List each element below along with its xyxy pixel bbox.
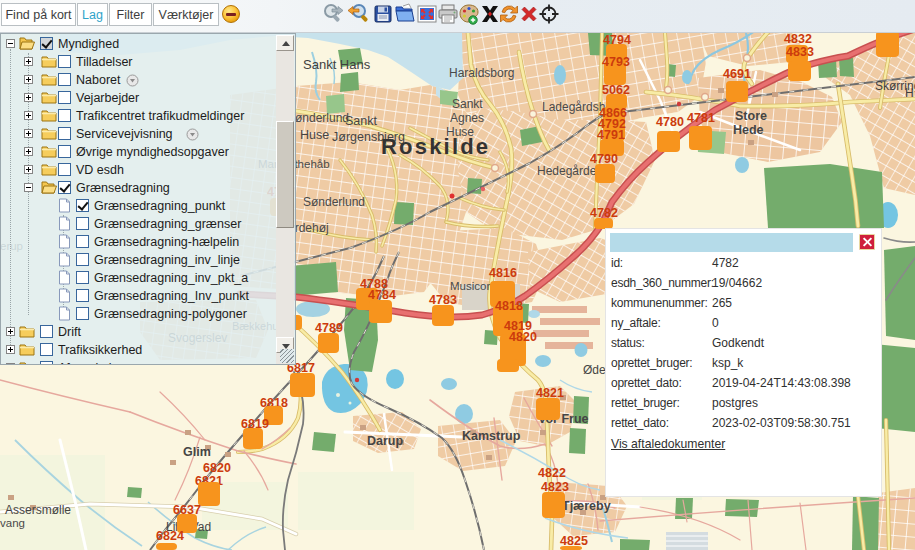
svg-text:Haraldsborg: Haraldsborg [449, 66, 514, 80]
svg-text:Agnes: Agnes [450, 111, 484, 125]
svg-text:4820: 4820 [509, 330, 537, 344]
svg-text:4833: 4833 [786, 45, 814, 59]
svg-text:4822: 4822 [538, 466, 566, 480]
svg-text:Sankt: Sankt [345, 114, 377, 128]
svg-text:6824: 6824 [156, 529, 184, 543]
svg-text:Tjæreby: Tjæreby [562, 499, 611, 513]
svg-text:4789: 4789 [315, 321, 343, 335]
svg-text:4783: 4783 [429, 293, 457, 307]
svg-text:4818: 4818 [495, 299, 523, 313]
svg-text:Kamstrup: Kamstrup [462, 429, 521, 443]
svg-text:Musicon: Musicon [450, 280, 493, 292]
svg-text:Sønderlund: Sønderlund [303, 195, 365, 209]
svg-text:Huse: Huse [300, 128, 329, 142]
svg-text:Øde: Øde [583, 363, 606, 377]
svg-text:4691: 4691 [723, 67, 751, 81]
svg-text:Sønderlund: Sønderlund [287, 111, 349, 125]
svg-text:Sankt: Sankt [452, 97, 483, 111]
svg-text:Hedegårde: Hedegårde [537, 164, 597, 178]
svg-text:Roskilde: Roskilde [381, 134, 490, 159]
svg-text:4823: 4823 [541, 480, 569, 494]
svg-text:4793: 4793 [602, 55, 630, 69]
svg-text:Store: Store [735, 109, 767, 123]
svg-text:Assersmølle: Assersmølle [5, 503, 71, 517]
svg-text:4825: 4825 [560, 534, 588, 548]
svg-text:Sankt Hans: Sankt Hans [303, 57, 371, 72]
svg-text:Hede: Hede [733, 123, 764, 137]
svg-text:4781: 4781 [687, 111, 715, 125]
svg-text:4784: 4784 [368, 288, 396, 302]
svg-text:6820: 6820 [203, 461, 231, 475]
svg-text:4780: 4780 [656, 115, 684, 129]
svg-text:4816: 4816 [489, 266, 517, 280]
svg-text:4782: 4782 [590, 206, 618, 220]
svg-text:4790: 4790 [590, 152, 618, 166]
svg-text:vang: vang [0, 517, 25, 529]
svg-text:Darup: Darup [367, 434, 403, 448]
svg-text:Glim: Glim [183, 445, 211, 459]
svg-text:4821: 4821 [536, 386, 564, 400]
svg-text:H: H [905, 86, 914, 100]
